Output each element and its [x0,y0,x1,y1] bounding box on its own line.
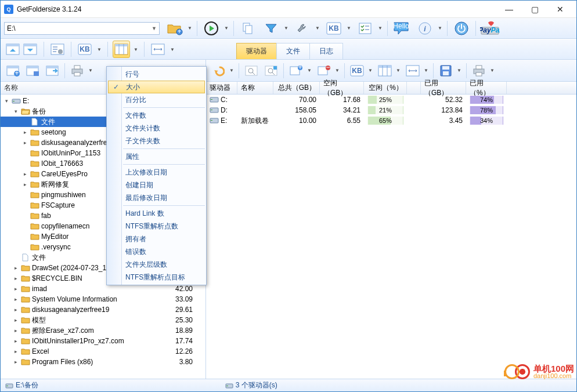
menu-item[interactable]: 百分比 [107,93,206,106]
menu-item[interactable]: 属性 [107,150,206,163]
grid-hresize-button[interactable] [404,62,421,79]
save-dd-icon[interactable]: ▼ [457,68,463,73]
menu-item[interactable]: NTFS重解析点目标 [107,271,206,284]
expander-icon[interactable]: ▾ [3,97,10,104]
panel-right-button[interactable] [21,41,39,58]
tree-row[interactable]: ▸Program Files (x86)3.80 [1,357,205,367]
format-add-button[interactable]: + [287,62,305,79]
menu-item[interactable]: 错误数 [107,245,206,258]
info-button[interactable]: i [414,19,435,38]
expander-icon[interactable] [21,160,28,167]
menu-item[interactable]: ✓大小 [108,81,205,93]
kb-grid-dd-icon[interactable]: ▼ [368,68,374,73]
close-button[interactable]: ✕ [547,1,573,17]
expander-icon[interactable]: ▸ [12,275,19,282]
grid-header-cell[interactable]: 已用（%） [466,82,507,94]
wrench-dd-icon[interactable]: ▼ [315,26,321,31]
filter-dd-icon[interactable]: ▼ [284,26,290,31]
tree-row[interactable]: ▸diskusageanalyzerfree1929.61 [1,304,205,315]
grid-header-cell[interactable]: 已用（GB） [421,82,466,94]
format-remove-dd-icon[interactable]: ▼ [335,68,341,73]
grid-columns-dd-icon[interactable]: ▼ [396,68,402,73]
open-folder-dd-icon[interactable]: ▼ [187,26,193,31]
kb-sm-dd-icon[interactable]: ▼ [97,47,103,52]
wrench-button[interactable] [292,19,313,38]
maximize-button[interactable]: ▢ [522,1,547,17]
minimize-button[interactable]: — [496,1,522,17]
print-grid-dd-icon[interactable]: ▼ [490,68,496,73]
expander-icon[interactable] [21,150,28,157]
grid-row[interactable]: E:新加载卷10.006.5565%3.4534% [206,115,576,126]
zoom-fit-button[interactable] [243,62,260,79]
menu-item[interactable]: 创建日期 [107,179,206,191]
expander-icon[interactable] [21,233,28,240]
expander-icon[interactable] [21,223,28,230]
expander-icon[interactable]: ▸ [12,296,19,303]
expander-icon[interactable]: ▸ [12,285,19,292]
expander-icon[interactable]: ▸ [21,181,28,188]
expander-icon[interactable]: ▸ [12,306,19,313]
grid-header-cell[interactable]: 名称 [237,82,273,94]
kb-sm-button[interactable]: KB [76,41,93,58]
grid-hresize-dd-icon[interactable]: ▼ [424,68,430,73]
path-dropdown-icon[interactable]: ▼ [152,26,157,31]
zoom-sel-button[interactable] [262,62,280,79]
hresize-dd-icon[interactable]: ▼ [170,47,176,52]
tree-row[interactable]: ▸IObitUninstaller1Pro_xz7.com17.74 [1,336,205,346]
menu-item[interactable]: 行号 [107,68,206,81]
tree-row[interactable]: ▸Excel12.26 [1,346,205,357]
menu-item[interactable]: 最后修改日期 [107,191,206,204]
filter-button[interactable] [261,19,282,38]
grid-header-cell[interactable]: 空闲（%） [364,82,407,94]
print-grid-button[interactable] [470,62,488,79]
menu-item[interactable]: 上次修改日期 [107,166,206,179]
columns-context-menu[interactable]: 行号✓大小百分比文件数文件夹计数子文件夹数属性上次修改日期创建日期最后修改日期H… [106,66,207,285]
copy-button[interactable] [237,19,258,38]
panel-left-button[interactable] [4,41,21,58]
kb-button[interactable]: KB [323,19,344,38]
undo-button[interactable] [210,62,227,79]
menu-item[interactable]: 文件数 [107,109,206,122]
expander-icon[interactable] [21,202,28,209]
menu-item[interactable]: 拥有者 [107,233,206,245]
expander-icon[interactable]: ▸ [12,317,19,324]
columns-dd-icon[interactable]: ▼ [134,47,139,52]
tab-files[interactable]: 文件 [276,43,310,59]
grid-row[interactable]: D:158.0534.2121%123.8478% [206,105,576,115]
hello-button[interactable]: Hello [391,19,412,38]
expander-icon[interactable] [21,212,28,219]
tab-drives[interactable]: 驱动器 [236,43,277,59]
info-dd-icon[interactable]: ▼ [438,26,443,31]
print-dd-icon[interactable]: ▼ [88,68,94,73]
grid-body[interactable]: C:70.0017.6825%52.3274%D:158.0534.2121%1… [206,95,576,126]
menu-item[interactable]: 文件夹层级数 [107,258,206,271]
tree-row[interactable]: ▸System Volume Information33.09 [1,294,205,304]
path-input[interactable]: E:\ ▼ [4,22,160,35]
expander-icon[interactable] [21,191,28,198]
tree-row[interactable]: ▸擦除Erase_xz7.com18.89 [1,325,205,336]
export-save-button[interactable] [24,62,41,79]
grid-columns-button[interactable] [376,62,394,79]
export-add-button[interactable]: + [4,62,21,79]
tab-logs[interactable]: 日志 [309,43,343,59]
expander-icon[interactable]: ▸ [12,358,19,365]
paypal-button[interactable]: PayPal [479,19,500,38]
expander-icon[interactable]: ▸ [21,139,28,146]
grid-header-cell[interactable]: 驱动器 [206,82,237,94]
menu-item[interactable]: 文件夹计数 [107,122,206,135]
format-add-dd-icon[interactable]: ▼ [307,68,313,73]
play-dd-icon[interactable]: ▼ [224,26,230,31]
expander-icon[interactable]: ▸ [12,337,19,344]
columns-button[interactable] [113,41,130,58]
hresize-button[interactable] [149,41,167,58]
expander-icon[interactable]: ▸ [12,264,19,271]
export-arrow-button[interactable] [44,62,61,79]
kb-grid-button[interactable]: KB [348,62,366,79]
expander-icon[interactable]: ▾ [12,108,19,115]
open-folder-button[interactable]: + [164,19,185,38]
checklist-dd-icon[interactable]: ▼ [378,26,384,31]
expander-icon[interactable]: ▸ [12,327,19,334]
format-remove-button[interactable]: − [315,62,333,79]
menu-item[interactable]: NTFS重解析点数 [107,220,206,233]
checklist-button[interactable] [355,19,376,38]
